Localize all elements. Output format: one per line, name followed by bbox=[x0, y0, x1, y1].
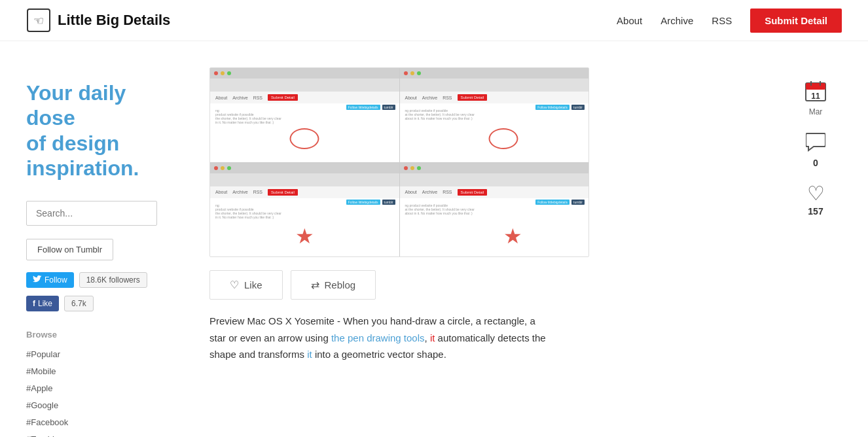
date-month: Mar bbox=[809, 107, 823, 116]
nav-about[interactable]: About bbox=[617, 15, 642, 26]
browse-title: Browse bbox=[26, 330, 170, 340]
browse-tumblr[interactable]: #Tumblr bbox=[26, 431, 170, 437]
twitter-follow-button[interactable]: Follow bbox=[26, 272, 74, 288]
svg-text:11: 11 bbox=[811, 92, 820, 101]
logo-icon: ☜ bbox=[26, 8, 51, 33]
twitter-follow-label: Follow bbox=[45, 275, 67, 285]
reblog-button[interactable]: ⇄ Reblog bbox=[291, 270, 376, 300]
sidebar-headline: Your daily dose of design inspiration. bbox=[26, 80, 170, 181]
calendar-icon: 11 bbox=[805, 80, 826, 105]
post-image: AboutArchiveRSS Submit Detail Follow lit… bbox=[209, 67, 589, 257]
facebook-count-badge: 6.7k bbox=[64, 296, 94, 311]
twitter-icon bbox=[33, 275, 42, 285]
fb-icon: f bbox=[33, 299, 35, 308]
comments-icon bbox=[806, 132, 825, 155]
list-item: #Mobile bbox=[26, 363, 170, 380]
list-item: #Tumblr bbox=[26, 431, 170, 437]
post-card: AboutArchiveRSS Submit Detail Follow lit… bbox=[209, 67, 589, 363]
reblog-label: Reblog bbox=[325, 279, 356, 290]
facebook-row: f Like 6.7k bbox=[26, 296, 170, 311]
it-link-2[interactable]: it bbox=[307, 349, 312, 360]
twitter-row: Follow 18.6K followers bbox=[26, 272, 170, 288]
like-label: Like bbox=[244, 279, 262, 290]
like-heart-icon: ♡ bbox=[230, 279, 239, 291]
screenshot-grid: AboutArchiveRSS Submit Detail Follow lit… bbox=[210, 68, 588, 256]
svg-rect-3 bbox=[806, 83, 825, 90]
headline-line2: of design bbox=[26, 131, 119, 155]
sidebar: Your daily dose of design inspiration. F… bbox=[26, 41, 170, 437]
heart-icon: ♡ bbox=[807, 184, 825, 203]
header: ☜ Little Big Details About Archive RSS S… bbox=[0, 0, 868, 41]
post-actions: ♡ Like ⇄ Reblog bbox=[209, 270, 589, 300]
logo-text: Little Big Details bbox=[58, 12, 170, 29]
svg-text:☜: ☜ bbox=[33, 14, 44, 27]
browse-apple[interactable]: #Apple bbox=[26, 380, 170, 397]
meta-sidebar: 11 Mar 0 ♡ 157 bbox=[789, 41, 842, 437]
browse-list: #Popular #Mobile #Apple #Google #Faceboo… bbox=[26, 346, 170, 437]
likes-meta: ♡ 157 bbox=[807, 184, 825, 217]
search-input[interactable] bbox=[26, 201, 157, 226]
nav-rss[interactable]: RSS bbox=[712, 15, 732, 26]
facebook-like-button[interactable]: f Like bbox=[26, 296, 59, 311]
screenshot-cell-2: AboutArchiveRSS Submit Detail Follow lit… bbox=[400, 68, 589, 162]
screenshot-cell-4: AboutArchiveRSS Submit Detail Follow lit… bbox=[400, 163, 589, 257]
post-description: Preview Mac OS X Yosemite - When you han… bbox=[209, 313, 550, 363]
likes-count: 157 bbox=[808, 206, 823, 217]
reblog-icon: ⇄ bbox=[311, 279, 319, 291]
main-nav: About Archive RSS Submit Detail bbox=[617, 9, 842, 33]
browse-facebook[interactable]: #Facebook bbox=[26, 414, 170, 431]
like-button[interactable]: ♡ Like bbox=[209, 270, 283, 300]
follow-tumblr-button[interactable]: Follow on Tumblr bbox=[26, 239, 113, 260]
list-item: #Popular bbox=[26, 346, 170, 363]
browse-mobile[interactable]: #Mobile bbox=[26, 363, 170, 380]
headline-highlight: inspiration. bbox=[26, 156, 139, 180]
browse-section: Browse #Popular #Mobile #Apple #Google #… bbox=[26, 330, 170, 437]
screenshot-cell-3: AboutArchiveRSS Submit Detail Follow lit… bbox=[210, 163, 399, 257]
date-meta: 11 Mar bbox=[805, 80, 826, 116]
comments-count: 0 bbox=[813, 158, 818, 168]
it-link-1[interactable]: it bbox=[430, 332, 435, 343]
list-item: #Facebook bbox=[26, 414, 170, 431]
screenshot-cell-1: AboutArchiveRSS Submit Detail Follow lit… bbox=[210, 68, 399, 162]
browse-google[interactable]: #Google bbox=[26, 397, 170, 414]
twitter-followers-badge: 18.6K followers bbox=[79, 272, 147, 288]
list-item: #Apple bbox=[26, 380, 170, 397]
fb-like-label: Like bbox=[38, 299, 52, 308]
main-layout: Your daily dose of design inspiration. F… bbox=[0, 41, 868, 437]
logo-link[interactable]: ☜ Little Big Details bbox=[26, 8, 170, 33]
list-item: #Google bbox=[26, 397, 170, 414]
comments-meta: 0 bbox=[806, 132, 825, 168]
content-area: AboutArchiveRSS Submit Detail Follow lit… bbox=[170, 41, 789, 437]
nav-archive[interactable]: Archive bbox=[660, 15, 693, 26]
pen-tools-link[interactable]: the pen drawing tools bbox=[331, 332, 425, 343]
browse-popular[interactable]: #Popular bbox=[26, 346, 170, 363]
submit-detail-button[interactable]: Submit Detail bbox=[750, 9, 842, 33]
headline-line1: Your daily dose bbox=[26, 81, 126, 130]
